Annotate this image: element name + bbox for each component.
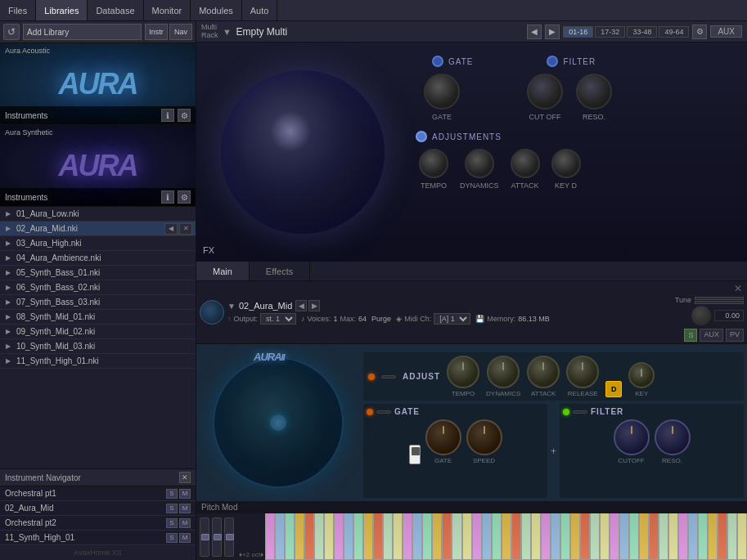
piano-white-key[interactable]	[511, 513, 521, 560]
rack-prev-button[interactable]: ◀	[527, 25, 542, 39]
tempo-knob[interactable]	[419, 149, 448, 178]
gate-switch[interactable]	[409, 445, 421, 464]
filter-toggle[interactable]	[547, 56, 558, 67]
piano-white-key[interactable]	[422, 513, 432, 560]
inst-nav-s-button[interactable]: S	[166, 504, 178, 513]
attack-knob[interactable]	[511, 149, 540, 178]
output-select[interactable]: st. 1	[260, 313, 296, 325]
gate-knob1[interactable]	[425, 419, 461, 455]
keyd-knob[interactable]	[551, 149, 581, 178]
gate-knob[interactable]	[424, 74, 460, 110]
piano-white-key[interactable]	[412, 513, 422, 560]
inst-nav-m-button[interactable]: M	[179, 518, 191, 528]
piano-white-key[interactable]	[600, 513, 610, 560]
piano-white-key[interactable]	[698, 513, 708, 560]
piano-white-key[interactable]	[393, 513, 403, 560]
file-item[interactable]: ▶ 07_Synth_Bass_03.nki	[0, 295, 196, 310]
piano-white-key[interactable]	[295, 513, 304, 560]
piano-white-key[interactable]	[353, 513, 363, 560]
rack-next-inst-button[interactable]: ▶	[308, 300, 320, 311]
piano-white-key[interactable]	[492, 513, 502, 560]
piano-white-key[interactable]	[649, 513, 659, 560]
piano-white-key[interactable]	[432, 513, 442, 560]
reso-bottom-knob[interactable]	[655, 419, 691, 455]
piano-white-key[interactable]	[688, 513, 698, 560]
inst-nav-s-button[interactable]: S	[166, 533, 178, 543]
file-item[interactable]: ▶ 09_Synth_Mid_02.nki	[0, 325, 196, 339]
piano-white-key[interactable]	[629, 513, 639, 560]
tab-auto[interactable]: Auto	[242, 0, 278, 20]
rack-settings-button[interactable]: ⚙	[692, 25, 707, 39]
piano-white-key[interactable]	[521, 513, 531, 560]
inst-nav-item[interactable]: 02_Aura_Mid S M	[0, 501, 196, 516]
file-item[interactable]: ▶ 01_Aura_Low.nki	[0, 207, 196, 222]
file-item[interactable]: ▶ 05_Synth_Bass_01.nki	[0, 266, 196, 280]
piano-white-key[interactable]	[452, 513, 461, 560]
piano-white-key[interactable]	[314, 513, 324, 560]
piano-white-key[interactable]	[373, 513, 383, 560]
file-item[interactable]: ▶ 08_Synth_Mid_01.nki	[0, 310, 196, 325]
tune-knob[interactable]	[691, 306, 711, 325]
inst-nav-m-button[interactable]: M	[179, 504, 191, 513]
piano-white-key[interactable]	[708, 513, 718, 560]
key-bottom-knob[interactable]	[628, 362, 655, 388]
inst-nav-close-button[interactable]: ✕	[179, 472, 191, 483]
synthetic-settings-button[interactable]: ⚙	[178, 190, 191, 204]
piano-white-key[interactable]	[541, 513, 551, 560]
rack-prev-inst-button[interactable]: ◀	[295, 300, 307, 311]
reso-knob[interactable]	[576, 74, 612, 110]
rack-aux-button[interactable]: AUX	[700, 329, 723, 342]
acoustic-settings-button[interactable]: ⚙	[178, 109, 191, 122]
inst-nav-m-button[interactable]: M	[179, 489, 191, 499]
piano-white-key[interactable]	[442, 513, 452, 560]
tab-files[interactable]: Files	[0, 0, 36, 20]
piano-white-key[interactable]	[502, 513, 511, 560]
piano-white-key[interactable]	[531, 513, 541, 560]
tab-monitor[interactable]: Monitor	[144, 0, 191, 20]
piano-white-key[interactable]	[560, 513, 570, 560]
piano-white-key[interactable]	[590, 513, 600, 560]
piano-white-key[interactable]	[482, 513, 492, 560]
piano-white-key[interactable]	[737, 513, 747, 560]
piano-white-key[interactable]	[334, 513, 344, 560]
aux-button[interactable]: AUX	[710, 25, 742, 38]
view-nav-button[interactable]: Nav	[169, 24, 192, 40]
piano-white-key[interactable]	[610, 513, 619, 560]
pitch-fader-3[interactable]	[224, 517, 234, 557]
filter-toggle-btn[interactable]	[573, 410, 587, 414]
acoustic-library-card[interactable]: Aura Acoustic AURA Instruments ℹ ⚙	[0, 43, 196, 125]
piano-white-key[interactable]	[275, 513, 285, 560]
d-key-button[interactable]: D	[605, 381, 622, 397]
dynamics-bottom-knob[interactable]	[487, 356, 520, 388]
rack-page-button[interactable]: 17-32	[595, 26, 625, 38]
synthetic-info-button[interactable]: ℹ	[161, 190, 174, 204]
piano-white-key[interactable]	[403, 513, 412, 560]
piano-white-key[interactable]	[344, 513, 353, 560]
inst-nav-s-button[interactable]: S	[166, 518, 178, 528]
midi-select[interactable]: [A] 1	[434, 313, 470, 325]
aura-orb[interactable]	[221, 70, 385, 234]
rack-close-button[interactable]: ✕	[732, 283, 744, 294]
piano-white-key[interactable]	[462, 513, 472, 560]
gate-toggle-btn[interactable]	[376, 410, 391, 414]
piano-white-key[interactable]	[668, 513, 678, 560]
tab-database[interactable]: Database	[88, 0, 143, 20]
inst-nav-item[interactable]: 11_Synth_High_01 S M	[0, 531, 196, 545]
piano-white-key[interactable]	[383, 513, 393, 560]
piano-white-key[interactable]	[285, 513, 295, 560]
file-item[interactable]: ▶ 03_Aura_High.nki	[0, 236, 196, 251]
piano-white-key[interactable]	[324, 513, 334, 560]
rack-page-button[interactable]: 01-16	[563, 26, 593, 38]
rack-next-button[interactable]: ▶	[545, 25, 560, 39]
dynamics-knob[interactable]	[465, 149, 494, 178]
file-item[interactable]: ▶ 11_Synth_High_01.nki	[0, 354, 196, 369]
acoustic-info-button[interactable]: ℹ	[161, 109, 174, 122]
piano-white-key[interactable]	[659, 513, 668, 560]
tab-libraries[interactable]: Libraries	[36, 0, 88, 20]
piano-white-key[interactable]	[363, 513, 373, 560]
inst-nav-m-button[interactable]: M	[179, 533, 191, 543]
piano-white-key[interactable]	[304, 513, 314, 560]
pitch-fader-2[interactable]	[212, 517, 222, 557]
gate-toggle[interactable]	[432, 56, 443, 67]
piano-white-key[interactable]	[472, 513, 482, 560]
